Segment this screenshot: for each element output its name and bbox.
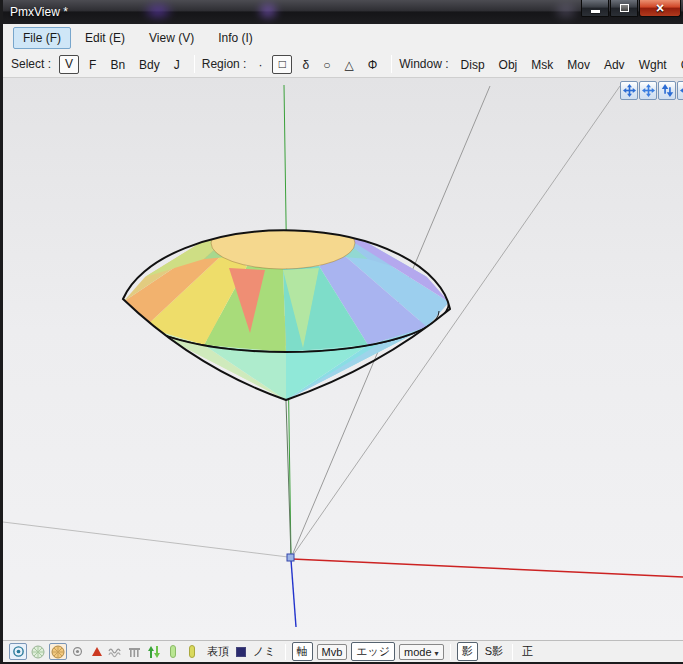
bone-green-toggle[interactable] bbox=[164, 643, 181, 660]
pan-view-button[interactable] bbox=[620, 81, 638, 100]
bottombar-separator bbox=[450, 644, 451, 660]
region-phi-button[interactable]: Φ bbox=[362, 55, 384, 74]
rotate-view-button[interactable] bbox=[677, 81, 683, 100]
grid-left-line bbox=[3, 522, 288, 557]
bottom-toolbar: 表頂 ノミ 軸 Mvb エッジ mode▾ 影 S影 正 bbox=[3, 640, 683, 662]
waves-toggle[interactable] bbox=[107, 643, 124, 660]
shadow-toggle[interactable]: 影 bbox=[457, 642, 478, 661]
window-wght-button[interactable]: Wght bbox=[633, 55, 673, 74]
region-box-button[interactable]: □ bbox=[272, 55, 292, 74]
sphere-green-icon bbox=[31, 645, 45, 659]
axis-display-toggle[interactable]: 軸 bbox=[292, 642, 313, 661]
dropdown-arrow-icon: ▾ bbox=[435, 649, 439, 658]
comb-toggle[interactable] bbox=[126, 643, 143, 660]
viewport-3d[interactable] bbox=[3, 78, 683, 640]
select-face-button[interactable]: F bbox=[83, 55, 102, 74]
zoom-view-button[interactable] bbox=[658, 81, 676, 100]
comb-icon bbox=[128, 646, 141, 658]
bottombar-separator bbox=[285, 644, 286, 660]
green-arrows-icon bbox=[147, 645, 161, 659]
menu-file[interactable]: File (F) bbox=[13, 27, 71, 49]
pan-icon-clipped bbox=[680, 84, 683, 97]
pan-icon bbox=[642, 84, 655, 97]
menubar: File (F) Edit (E) View (V) Info (I) bbox=[3, 24, 683, 51]
select-label: Select : bbox=[11, 57, 51, 71]
minimize-icon bbox=[591, 10, 600, 13]
select-bone-button[interactable]: Bn bbox=[104, 55, 131, 74]
vertical-arrows-icon bbox=[661, 84, 674, 97]
toolbar: Select : V F Bn Bdy J Region : · □ δ ○ △… bbox=[3, 51, 683, 78]
edge-display-toggle[interactable]: エッジ bbox=[351, 642, 395, 661]
toolbar-separator bbox=[194, 55, 195, 73]
menu-info[interactable]: Info (I) bbox=[208, 27, 263, 49]
pan-view-button[interactable] bbox=[639, 81, 657, 100]
pan-icon bbox=[623, 84, 636, 97]
mode-dropdown[interactable]: mode▾ bbox=[399, 644, 444, 660]
window-g-button[interactable]: G bbox=[675, 55, 683, 74]
select-body-button[interactable]: Bdy bbox=[133, 55, 166, 74]
region-dot-button[interactable]: · bbox=[252, 55, 268, 74]
viewport-nav-buttons bbox=[619, 81, 683, 100]
menu-edit[interactable]: Edit (E) bbox=[75, 27, 135, 49]
nomi-toggle[interactable]: ノミ bbox=[249, 643, 280, 660]
titlebar[interactable]: PmxView * × bbox=[3, 0, 683, 24]
region-label: Region : bbox=[202, 57, 247, 71]
minimize-button[interactable] bbox=[581, 0, 609, 17]
sphere-orange-toggle[interactable] bbox=[49, 643, 67, 660]
triangle-red-icon bbox=[91, 646, 103, 657]
region-delta-button[interactable]: δ bbox=[296, 55, 315, 74]
window-adv-button[interactable]: Adv bbox=[598, 55, 631, 74]
close-button[interactable]: × bbox=[639, 0, 681, 17]
window-label: Window : bbox=[399, 57, 448, 71]
titlebar-artifact bbox=[255, 0, 281, 22]
circle-dot-icon bbox=[12, 645, 25, 658]
bottombar-separator bbox=[512, 644, 513, 660]
waves-icon bbox=[108, 646, 123, 658]
z-axis-line bbox=[291, 560, 296, 627]
vertex-mode-toggle[interactable] bbox=[9, 643, 27, 660]
region-triangle-button[interactable]: △ bbox=[338, 55, 359, 74]
self-shadow-toggle[interactable]: S影 bbox=[481, 643, 507, 660]
capsule-yellow-icon bbox=[189, 645, 195, 658]
normals-toggle[interactable] bbox=[145, 643, 162, 660]
x-axis-line bbox=[292, 559, 683, 577]
window-obj-button[interactable]: Obj bbox=[493, 55, 524, 74]
caption-buttons: × bbox=[580, 0, 681, 17]
gem-model bbox=[123, 217, 449, 400]
titlebar-artifact bbox=[141, 0, 175, 22]
select-vertex-button[interactable]: V bbox=[59, 55, 79, 74]
small-circle-toggle[interactable] bbox=[69, 643, 86, 660]
bone-yellow-toggle[interactable] bbox=[183, 643, 200, 660]
pmxview-window: PmxView * × File (F) Edit (E) View (V) I… bbox=[0, 0, 683, 664]
mvb-toggle[interactable]: Mvb bbox=[317, 644, 348, 660]
front-vertex-toggle[interactable]: 表頂 bbox=[203, 643, 233, 660]
scene-canvas bbox=[3, 78, 683, 640]
window-mov-button[interactable]: Mov bbox=[561, 55, 596, 74]
front-view-toggle[interactable]: 正 bbox=[518, 643, 537, 660]
window-disp-button[interactable]: Disp bbox=[455, 55, 491, 74]
triangle-toggle[interactable] bbox=[88, 643, 105, 660]
mode-dropdown-label: mode bbox=[404, 646, 432, 658]
menu-view[interactable]: View (V) bbox=[139, 27, 204, 49]
circle-dot-small-icon bbox=[72, 646, 83, 657]
sphere-orange-icon bbox=[51, 645, 65, 659]
close-icon: × bbox=[656, 1, 664, 15]
origin-marker bbox=[287, 554, 294, 561]
titlebar-artifact bbox=[551, 0, 581, 22]
select-joint-button[interactable]: J bbox=[168, 55, 186, 74]
toolbar-separator bbox=[391, 55, 392, 73]
sphere-green-toggle[interactable] bbox=[29, 643, 47, 660]
window-title: PmxView * bbox=[3, 5, 68, 19]
restore-button[interactable] bbox=[610, 0, 638, 17]
restore-icon bbox=[620, 4, 629, 12]
capsule-green-icon bbox=[170, 645, 176, 658]
region-circle-button[interactable]: ○ bbox=[317, 55, 336, 74]
window-msk-button[interactable]: Msk bbox=[525, 55, 559, 74]
vertex-color-swatch[interactable] bbox=[236, 647, 246, 657]
